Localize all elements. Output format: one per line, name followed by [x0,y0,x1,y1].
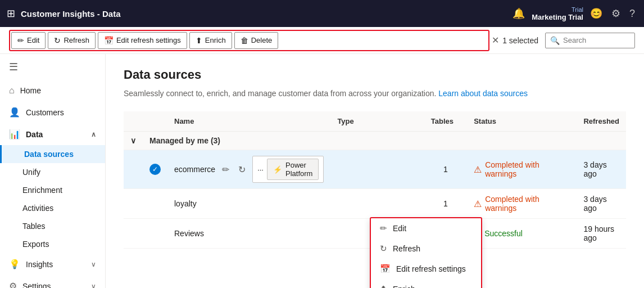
notification-bell-icon[interactable]: 🔔 [510,5,527,22]
sidebar-item-activities[interactable]: Activities [0,199,105,217]
context-refresh-icon: ↻ [380,244,387,254]
app-title: Customer Insights - Data [21,9,505,19]
sidebar-sub-label: Tables [22,222,45,231]
trial-info: Trial Marketing Trial [532,6,583,21]
col-header-select [143,111,167,132]
context-menu-item-refresh[interactable]: ↻ Refresh [371,238,481,259]
row-refreshed: 19 hours ago [577,219,626,249]
calendar-icon: 📅 [104,36,114,45]
chevron-down-icon: ∨ [91,260,96,268]
sidebar-item-data-sources[interactable]: Data sources [0,145,105,163]
table-row[interactable]: ✓ ecommerce ✏ ↻ ··· ⚡ Power Platform [124,150,626,189]
row-checkbox[interactable] [143,189,167,219]
search-box[interactable]: 🔍 [545,33,635,48]
hamburger-menu-button[interactable]: ☰ [0,54,105,80]
context-menu-item-edit[interactable]: ✏ Edit [371,218,481,238]
row-indent [124,219,143,249]
edit-refresh-settings-button[interactable]: 📅 Edit refresh settings [98,32,187,49]
data-icon: 📊 [9,129,20,140]
row-refresh-button[interactable]: ↻ [236,163,248,176]
col-header-status: Status [467,111,577,132]
insights-icon: 💡 [9,259,20,269]
row-refreshed: 3 days ago [577,150,626,189]
sidebar-item-enrichment[interactable]: Enrichment [0,181,105,199]
col-header-type: Type [330,111,424,132]
clear-selection-button[interactable]: ✕ [492,35,499,46]
row-tables: 1 [424,150,467,189]
context-menu-item-edit-refresh[interactable]: 📅 Edit refresh settings [371,259,481,279]
row-checkbox[interactable] [143,219,167,249]
learn-more-link[interactable]: Learn about data sources [438,89,528,98]
page-title: Data sources [124,68,626,82]
refresh-button[interactable]: ↻ Refresh [48,32,96,49]
grid-icon[interactable]: ⊞ [7,7,15,20]
enrich-icon: ⬆ [196,36,202,45]
search-input[interactable] [563,36,630,44]
toolbar-right: ✕ 1 selected 🔍 [492,33,635,48]
row-status: ⚠ Completed with warnings [467,189,577,219]
customers-icon: 👤 [9,107,20,118]
help-icon[interactable]: ? [627,6,637,22]
row-type [330,189,424,219]
trial-name: Marketing Trial [532,13,583,21]
context-menu-item-enrich[interactable]: ⬆ Enrich [371,279,481,288]
sidebar-item-settings[interactable]: ⚙ Settings ∨ [0,275,105,288]
sidebar-sub-label: Unify [22,168,40,177]
row-tables: 1 [424,189,467,219]
chevron-down-icon-settings: ∨ [91,282,96,289]
sidebar-item-label: Data [26,130,43,139]
sidebar-sub-label: Activities [22,204,53,213]
sidebar-item-exports[interactable]: Exports [0,235,105,253]
group-label: Managed by me (3) [143,132,626,150]
col-header-tables: Tables [424,111,467,132]
sidebar-item-customers[interactable]: 👤 Customers [0,101,105,123]
group-expand-icon[interactable]: ∨ [124,132,143,150]
sidebar-item-tables[interactable]: Tables [0,217,105,235]
row-edit-button[interactable]: ✏ [220,163,232,176]
top-nav-right: 🔔 Trial Marketing Trial 😊 ⚙ ? [510,5,637,22]
row-name: loyalty [167,189,330,219]
settings-gear-icon[interactable]: ⚙ [609,5,623,22]
chevron-up-icon: ∧ [91,130,96,138]
user-icon[interactable]: 😊 [588,5,605,22]
page-description: Seamlessly connect to, enrich, and manag… [124,89,626,98]
context-enrich-icon: ⬆ [380,284,387,288]
warning-icon: ⚠ [474,199,482,209]
home-icon: ⌂ [9,86,15,96]
sidebar-item-insights[interactable]: 💡 Insights ∨ [0,253,105,275]
check-icon: ✓ [149,164,161,175]
table-row[interactable]: loyalty 1 ⚠ Completed with warnings 3 da… [124,189,626,219]
row-indent [124,150,143,189]
main-content: Data sources Seamlessly connect to, enri… [106,54,644,288]
sidebar: ☰ ⌂ Home 👤 Customers 📊 Data ∧ Data sourc… [0,54,106,288]
row-status: ✔ Successful [467,219,577,249]
row-checkbox[interactable]: ✓ [143,150,167,189]
edit-button[interactable]: ✏ Edit [11,32,46,49]
status-warning: ⚠ Completed with warnings [474,195,570,213]
row-status: ⚠ Completed with warnings [467,150,577,189]
delete-icon: 🗑 [241,36,248,45]
sidebar-item-unify[interactable]: Unify [0,163,105,181]
sidebar-sub-label: Enrichment [22,186,62,195]
delete-button[interactable]: 🗑 Delete [234,32,279,49]
col-header-name[interactable]: Name [167,111,330,132]
sidebar-item-home[interactable]: ⌂ Home [0,80,105,101]
edit-icon: ✏ [17,36,24,45]
context-menu: ✏ Edit ↻ Refresh 📅 Edit refresh settings… [370,217,482,288]
col-header-refreshed: Refreshed [577,111,626,132]
row-refreshed: 3 days ago [577,189,626,219]
enrich-button[interactable]: ⬆ Enrich [189,32,232,49]
sidebar-sub-label: Exports [22,240,49,249]
selected-indicator: ✕ 1 selected [492,35,538,46]
refresh-icon: ↻ [54,36,61,45]
sidebar-item-data[interactable]: 📊 Data ∧ [0,123,105,145]
row-indent [124,189,143,219]
trial-label: Trial [532,6,583,13]
ellipsis-icon: ··· [257,165,264,174]
sidebar-item-label: Customers [26,108,64,117]
settings-icon: ⚙ [9,281,17,288]
sidebar-sub-label: Data sources [24,150,74,159]
expand-col-header [124,111,143,132]
row-more-button[interactable]: ··· ⚡ Power Platform [252,156,324,183]
row-name-actions: ecommerce ✏ ↻ ··· ⚡ Power Platform [174,156,324,183]
